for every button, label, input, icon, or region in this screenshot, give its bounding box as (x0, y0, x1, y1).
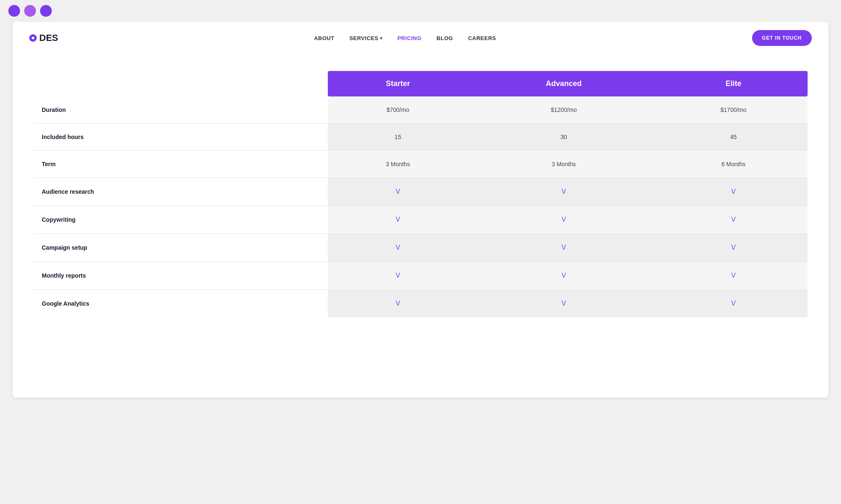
advanced-value: 3 Months (468, 151, 659, 178)
elite-plan-header: Elite (659, 71, 808, 96)
sidebar-item-pricing[interactable]: PRICING (398, 34, 422, 42)
elite-value: V (659, 206, 808, 234)
elite-value: V (659, 290, 808, 318)
brand-logo[interactable]: DES (29, 33, 58, 43)
advanced-value: 30 (468, 124, 659, 151)
starter-value: V (328, 290, 469, 318)
feature-column-header (33, 71, 328, 96)
starter-value: V (328, 234, 469, 262)
elite-value: 45 (659, 124, 808, 151)
table-row: Monthly reportsVVV (33, 262, 808, 290)
advanced-value: V (468, 262, 659, 290)
nav-careers[interactable]: CAREERS (468, 35, 496, 41)
table-row: Audience researchVVV (33, 178, 808, 206)
pricing-table: Starter Advanced Elite (33, 71, 808, 317)
get-in-touch-button[interactable]: GET IN TOUCH (752, 30, 812, 46)
advanced-value: $1200/mo (468, 96, 659, 124)
navbar: DES ABOUT SERVICES ▾ PRICING BLOG CAREER… (13, 22, 828, 54)
top-bar (0, 0, 841, 22)
elite-header: Elite (659, 71, 808, 96)
elite-value: V (659, 178, 808, 206)
main-container: DES ABOUT SERVICES ▾ PRICING BLOG CAREER… (13, 22, 828, 398)
table-row: CopywritingVVV (33, 206, 808, 234)
table-row: Google AnalyticsVVV (33, 290, 808, 318)
starter-plan-header: Starter (328, 71, 469, 96)
elite-value: V (659, 234, 808, 262)
starter-value: V (328, 262, 469, 290)
advanced-value: V (468, 290, 659, 318)
feature-label: Copywriting (33, 206, 328, 234)
advanced-value: V (468, 178, 659, 206)
feature-label: Duration (33, 96, 328, 124)
sidebar-item-careers[interactable]: CAREERS (468, 34, 496, 42)
elite-value: $1700/mo (659, 96, 808, 124)
sidebar-item-services[interactable]: SERVICES ▾ (350, 35, 383, 41)
nav-pricing[interactable]: PRICING (398, 35, 422, 41)
advanced-header: Advanced (468, 71, 659, 96)
circle-1 (8, 5, 20, 17)
starter-value: V (328, 206, 469, 234)
elite-value: V (659, 262, 808, 290)
nav-links: ABOUT SERVICES ▾ PRICING BLOG CAREERS (314, 34, 496, 42)
advanced-value: V (468, 206, 659, 234)
feature-label: Included hours (33, 124, 328, 151)
sidebar-item-about[interactable]: ABOUT (314, 34, 334, 42)
starter-value: $700/mo (328, 96, 469, 124)
nav-about[interactable]: ABOUT (314, 35, 334, 41)
feature-label: Campaign setup (33, 234, 328, 262)
table-row: Included hours153045 (33, 124, 808, 151)
starter-value: 15 (328, 124, 469, 151)
feature-label: Google Analytics (33, 290, 328, 318)
brand-dot-icon (29, 34, 37, 42)
circle-3 (40, 5, 52, 17)
sidebar-item-blog[interactable]: BLOG (436, 34, 453, 42)
table-row: Duration$700/mo$1200/mo$1700/mo (33, 96, 808, 124)
feature-label: Term (33, 151, 328, 178)
chevron-down-icon: ▾ (380, 36, 383, 41)
nav-blog[interactable]: BLOG (436, 35, 453, 41)
pricing-section: Starter Advanced Elite (13, 54, 828, 334)
elite-value: 6 Months (659, 151, 808, 178)
circle-2 (24, 5, 36, 17)
advanced-plan-header: Advanced (468, 71, 659, 96)
table-row: Campaign setupVVV (33, 234, 808, 262)
brand-name: DES (39, 33, 58, 43)
starter-value: 3 Months (328, 151, 469, 178)
feature-label: Audience research (33, 178, 328, 206)
advanced-value: V (468, 234, 659, 262)
nav-services[interactable]: SERVICES ▾ (350, 35, 383, 41)
starter-header: Starter (328, 71, 469, 96)
starter-value: V (328, 178, 469, 206)
feature-label: Monthly reports (33, 262, 328, 290)
table-row: Term3 Months3 Months6 Months (33, 151, 808, 178)
